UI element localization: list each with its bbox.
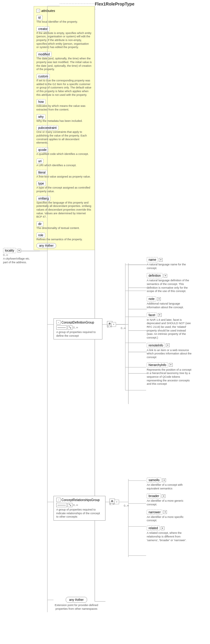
locality-container: locality + 0..∞ A city/town/village etc.… <box>3 248 34 264</box>
right-note-plus: + <box>157 297 161 301</box>
locality-row: locality + <box>3 248 34 253</box>
concept-def-name: ConceptDefinitionGroup <box>61 321 94 324</box>
svg-text:0..∞: 0..∞ <box>121 327 126 330</box>
right-hierarchyInfo-plus: + <box>169 363 173 367</box>
right-item-sameAs-row: sameAs + <box>147 477 193 483</box>
right-item-broader: broader + An identifier of a more generi… <box>147 493 193 506</box>
right-item-hierarchyInfo-row: hierarchyInfo + <box>147 362 193 368</box>
connector-seq: ――― <box>56 325 67 330</box>
right-related-label: related <box>147 526 160 531</box>
attr-name-id: id <box>36 15 42 20</box>
locality-plus-icon: + <box>17 249 21 253</box>
attr-desc-why: Why the metadata has been included. <box>36 119 92 123</box>
right-item-note: note + Additional natural language infor… <box>147 296 193 309</box>
attributes-label: attributes <box>41 9 55 13</box>
right-def-label: definition <box>147 273 163 278</box>
right-item-sameAs: sameAs + An identifier of a concept with… <box>147 477 193 490</box>
right-items-panel-2: sameAs + An identifier of a concept with… <box>147 477 193 545</box>
right-def-desc: A natural language definition of the sem… <box>147 279 193 293</box>
right-name-desc: A natural language name for the concept. <box>147 263 193 270</box>
attr-name-why: why <box>36 114 46 119</box>
right-hierarchyInfo-desc: Represents the position of a concept in … <box>147 368 193 386</box>
locality-multiplicity: 0..∞ <box>3 253 34 256</box>
attr-desc-dir: The directionality of textual content. <box>36 227 92 230</box>
attr-item-uri: uri A URI which identifies a concept. <box>36 159 92 167</box>
attr-item-dir: dir The directionality of textual conten… <box>36 221 92 230</box>
attr-desc-literal: A free-text value assigned as property v… <box>36 175 92 179</box>
attr-item-how: how Indicates by which means the value w… <box>36 99 92 111</box>
collapse-icon[interactable]: - <box>36 9 40 13</box>
right-item-hierarchyInfo: hierarchyInfo + Represents the position … <box>147 362 193 386</box>
concept-rel-connectors: ――― ⁵₁ 0..∞ <box>56 503 103 507</box>
right-item-related: related + A related concept, where the r… <box>147 526 193 542</box>
concept-rel-header: - ConceptRelationshipsGroup <box>56 498 103 502</box>
attr-name-uri: uri <box>36 159 43 164</box>
right-remoteInfo-label: remoteInfo <box>147 343 165 348</box>
right-related-plus: + <box>161 526 164 530</box>
concept-def-multi-out: 0..∞ <box>73 326 78 329</box>
right-name-label: name <box>147 257 158 262</box>
connector-choice: ⁵₁ <box>68 325 72 330</box>
seq-symbol-2: ⊕ 0..∞ <box>109 499 115 506</box>
right-remoteInfo-plus: + <box>166 343 170 347</box>
right-item-related-row: related + <box>147 526 193 531</box>
right-narrower-label: narrower <box>147 510 162 515</box>
right-facet-plus: + <box>158 313 162 317</box>
attr-name-type: type <box>36 181 46 186</box>
attr-desc-qcode: A qualified code which identifies a conc… <box>36 152 92 156</box>
right-related-desc: A related concept, where the relationshi… <box>147 531 193 542</box>
any-other-bottom-label: any #other <box>66 597 87 603</box>
attr-desc-custom: If set to true the corresponding propert… <box>36 79 92 97</box>
attr-name-pubconstraint: pubconstraint <box>36 125 58 130</box>
attr-name-xmllang: xmllang <box>36 196 50 201</box>
right-hierarchyInfo-label: hierarchyInfo <box>147 362 168 368</box>
attr-name-how: how <box>36 99 46 104</box>
locality-name: locality <box>3 248 16 253</box>
concept-rel-seq: ――― <box>56 503 67 507</box>
attr-name-dir: dir <box>36 221 43 227</box>
attr-item-type: type A type of the concept assigned as c… <box>36 181 92 193</box>
concept-rel-multi-out: 0..∞ <box>73 504 78 507</box>
concept-def-collapse[interactable]: - <box>56 320 61 324</box>
attr-item-xmllang: xmllang Specifies the language of this p… <box>36 196 92 219</box>
seq-symbol-1: ⊕ 0..∞ <box>107 321 112 328</box>
right-item-narrower-row: narrower + <box>147 510 193 515</box>
right-item-note-row: note + <box>147 296 193 301</box>
attr-item-why: why Why the metadata has been included. <box>36 114 92 123</box>
concept-rel-collapse[interactable]: - <box>56 498 61 502</box>
right-broader-desc: An identifier of a more generic concept. <box>147 499 193 506</box>
attr-desc-modified: The date (and, optionally, the time) whe… <box>36 57 92 71</box>
attr-name-literal: literal <box>36 170 47 175</box>
attr-desc-role: Refines the semantics of the property. <box>36 238 92 242</box>
attr-desc-xmllang: Specifies the language of this property … <box>36 201 92 219</box>
right-broader-plus: + <box>162 494 165 498</box>
concept-relationships-group-box: - ConceptRelationshipsGroup ――― ⁵₁ 0..∞ … <box>53 496 105 521</box>
any-other-bottom-container: any #other Extension point for provider-… <box>53 597 99 611</box>
attr-desc-id: The local identifier of the property. <box>36 20 92 24</box>
right-narrower-desc: An identifier of a more specific concept… <box>147 515 193 522</box>
attr-item-role: role Refines the semantics of the proper… <box>36 233 92 242</box>
concept-def-header: - ConceptDefinitionGroup <box>56 320 100 324</box>
right-item-name-row: name + <box>147 257 193 262</box>
right-sameAs-label: sameAs <box>147 477 161 483</box>
svg-rect-37 <box>115 500 119 504</box>
attr-item-modified: modified The date (and, optionally, the … <box>36 52 92 71</box>
attr-desc-type: A type of the concept assigned as contro… <box>36 186 92 193</box>
attr-desc-creator: If the attribute is empty, specifies whi… <box>36 32 92 49</box>
attributes-header: - attributes <box>36 9 92 13</box>
attr-item-creator: creator If the attribute is empty, speci… <box>36 26 92 49</box>
attr-name-role: role <box>36 233 45 238</box>
attr-item-pubconstraint: pubconstraint One or many constraints th… <box>36 125 92 145</box>
right-sameAs-desc: An identifier of a concept with equivale… <box>147 483 193 490</box>
attr-desc-how: Indicates by which means the value was e… <box>36 104 92 111</box>
right-def-plus: + <box>164 274 167 278</box>
concept-def-connectors: ――― ⁵₁ 0..∞ <box>56 325 100 330</box>
locality-desc: A city/town/village etc. part of the add… <box>3 257 34 264</box>
any-other-attr: any #other <box>36 244 92 247</box>
seq-multi-2: 0..∞ <box>109 503 115 506</box>
any-other-attr-label: any #other <box>36 243 56 248</box>
svg-text:+: + <box>113 323 114 326</box>
right-item-broader-row: broader + <box>147 493 193 499</box>
right-item-facet: facet + In NAR 1.8 and later, facet is d… <box>147 313 193 340</box>
svg-text:+: + <box>116 500 117 504</box>
